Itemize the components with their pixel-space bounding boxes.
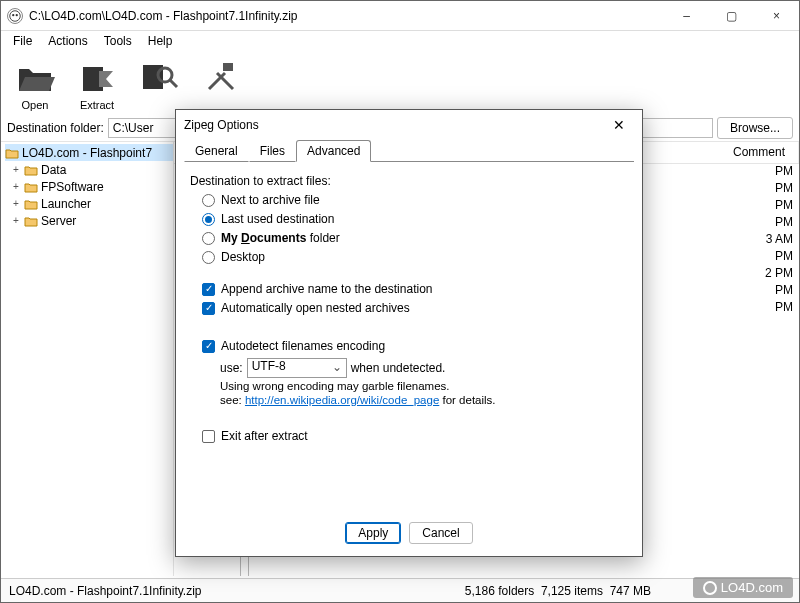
checkbox-icon: [202, 430, 215, 443]
radio-icon: [202, 251, 215, 264]
extract-icon: [77, 57, 117, 97]
dialog-title: Zipeg Options: [184, 118, 604, 132]
menu-actions[interactable]: Actions: [40, 32, 95, 50]
apply-button[interactable]: Apply: [345, 522, 401, 544]
dialog-titlebar: Zipeg Options ✕: [176, 110, 642, 140]
dialog-body: Destination to extract files: Next to ar…: [176, 162, 642, 514]
radio-my-documents[interactable]: My Documents folder: [202, 231, 628, 245]
toolbar-settings[interactable]: [193, 57, 249, 111]
expander-icon[interactable]: +: [11, 181, 21, 192]
window-title: C:\LO4D.com\LO4D.com - Flashpoint7.1Infi…: [29, 9, 664, 23]
folder-tree[interactable]: LO4D.com - Flashpoint7 + Data + FPSoftwa…: [1, 141, 173, 576]
dialog-tabs: General Files Advanced: [176, 140, 642, 162]
col-comment[interactable]: Comment: [727, 142, 799, 163]
tab-advanced[interactable]: Advanced: [296, 140, 371, 162]
radio-icon: [202, 232, 215, 245]
status-size: 747 MB: [610, 584, 651, 598]
dialog-close-button[interactable]: ✕: [604, 112, 634, 138]
toolbar-open-label: Open: [7, 99, 63, 111]
use-label: use:: [220, 361, 243, 375]
tab-files[interactable]: Files: [249, 140, 296, 162]
dialog-buttons: Apply Cancel: [176, 514, 642, 556]
encoding-row: use: UTF-8 when undetected.: [220, 358, 628, 378]
tree-item-fpsoftware[interactable]: + FPSoftware: [5, 178, 173, 195]
minimize-button[interactable]: –: [664, 1, 709, 31]
radio-icon: [202, 213, 215, 226]
menubar: File Actions Tools Help: [1, 31, 799, 51]
encoding-note-2: see: http://en.wikipedia.org/wiki/code_p…: [220, 394, 628, 406]
encoding-select[interactable]: UTF-8: [247, 358, 347, 378]
app-icon: [7, 8, 23, 24]
menu-help[interactable]: Help: [140, 32, 181, 50]
tree-item-launcher[interactable]: + Launcher: [5, 195, 173, 212]
menu-tools[interactable]: Tools: [96, 32, 140, 50]
globe-icon: [703, 581, 717, 595]
folder-icon: [24, 198, 38, 210]
folder-icon: [24, 181, 38, 193]
close-button[interactable]: ×: [754, 1, 799, 31]
toolbar-open[interactable]: Open: [7, 57, 63, 111]
radio-last-used[interactable]: Last used destination: [202, 212, 628, 226]
menu-file[interactable]: File: [5, 32, 40, 50]
maximize-button[interactable]: ▢: [709, 1, 754, 31]
svg-rect-7: [223, 63, 233, 71]
svg-point-1: [12, 13, 14, 15]
toolbar-extract-label: Extract: [69, 99, 125, 111]
titlebar: C:\LO4D.com\LO4D.com - Flashpoint7.1Infi…: [1, 1, 799, 31]
options-dialog: Zipeg Options ✕ General Files Advanced D…: [175, 109, 643, 557]
open-folder-icon: [5, 147, 19, 159]
svg-point-0: [10, 10, 21, 21]
watermark: LO4D.com: [693, 577, 793, 598]
toolbar-extract[interactable]: Extract: [69, 57, 125, 111]
expander-icon[interactable]: +: [11, 215, 21, 226]
tools-icon: [201, 57, 241, 97]
svg-line-6: [170, 80, 177, 87]
tree-root[interactable]: LO4D.com - Flashpoint7: [5, 144, 173, 161]
statusbar: LO4D.com - Flashpoint7.1Infinity.zip 5,1…: [1, 578, 799, 602]
check-exit-after[interactable]: Exit after extract: [202, 429, 628, 443]
tab-general[interactable]: General: [184, 140, 249, 162]
expander-icon[interactable]: +: [11, 198, 21, 209]
check-autodetect[interactable]: Autodetect filenames encoding: [202, 339, 628, 353]
tree-root-label: LO4D.com - Flashpoint7: [22, 146, 152, 160]
folder-icon: [24, 164, 38, 176]
toolbar: Open Extract: [1, 51, 799, 115]
status-filename: LO4D.com - Flashpoint7.1Infinity.zip: [9, 584, 202, 598]
status-items: 7,125 items: [541, 584, 603, 598]
radio-desktop[interactable]: Desktop: [202, 250, 628, 264]
svg-point-2: [16, 13, 18, 15]
splitter-handle[interactable]: [240, 556, 249, 576]
tree-item-server[interactable]: + Server: [5, 212, 173, 229]
when-undetected-label: when undetected.: [351, 361, 446, 375]
open-folder-icon: [15, 57, 55, 97]
destination-label: Destination folder:: [7, 121, 104, 135]
status-folders: 5,186 folders: [465, 584, 534, 598]
checkbox-icon: [202, 302, 215, 315]
radio-next-to-archive[interactable]: Next to archive file: [202, 193, 628, 207]
checkbox-icon: [202, 340, 215, 353]
expander-icon[interactable]: +: [11, 164, 21, 175]
browse-button[interactable]: Browse...: [717, 117, 793, 139]
toolbar-search[interactable]: [131, 57, 187, 111]
encoding-note-1: Using wrong encoding may garble filename…: [220, 380, 628, 392]
code-page-link[interactable]: http://en.wikipedia.org/wiki/code_page: [245, 394, 439, 406]
radio-icon: [202, 194, 215, 207]
tree-item-data[interactable]: + Data: [5, 161, 173, 178]
search-icon: [139, 57, 179, 97]
check-open-nested[interactable]: Automatically open nested archives: [202, 301, 628, 315]
folder-icon: [24, 215, 38, 227]
checkbox-icon: [202, 283, 215, 296]
destination-section-label: Destination to extract files:: [190, 174, 628, 188]
check-append-name[interactable]: Append archive name to the destination: [202, 282, 628, 296]
cancel-button[interactable]: Cancel: [409, 522, 472, 544]
